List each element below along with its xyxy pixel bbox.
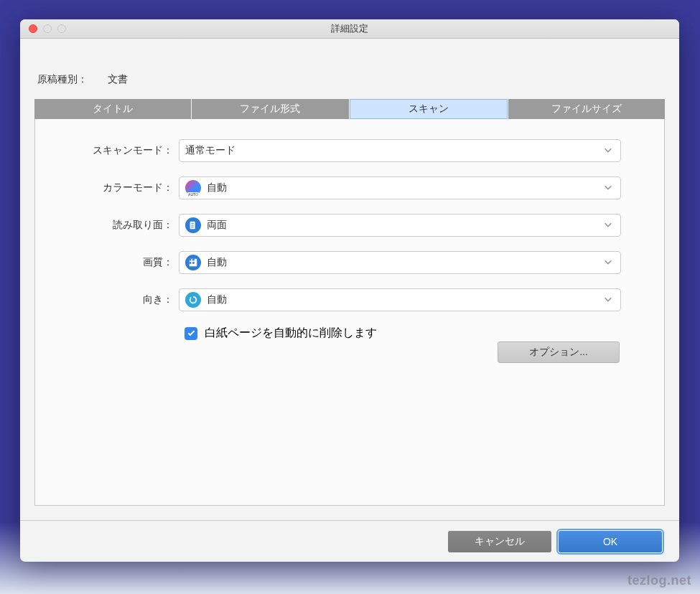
- blank-page-label: 白紙ページを自動的に削除します: [205, 326, 377, 341]
- cancel-button-label: キャンセル: [475, 535, 525, 548]
- scan-mode-label: スキャンモード：: [78, 144, 179, 157]
- read-side-value: 両面: [207, 219, 227, 232]
- option-button-label: オプション...: [529, 346, 588, 359]
- close-icon[interactable]: [29, 24, 37, 33]
- window-title: 詳細設定: [20, 22, 679, 35]
- orientation-row: 向き： 自動: [78, 288, 621, 311]
- minimize-icon: [43, 24, 52, 33]
- tab-scan[interactable]: スキャン: [350, 99, 508, 119]
- ok-button[interactable]: OK: [559, 531, 662, 552]
- svg-rect-4: [190, 262, 192, 264]
- read-side-select[interactable]: 両面: [179, 214, 621, 237]
- maximize-icon: [57, 24, 66, 33]
- document-type-row: 原稿種別： 文書: [34, 53, 665, 99]
- color-mode-label: カラーモード：: [78, 182, 179, 194]
- scan-mode-value: 通常モード: [185, 144, 235, 157]
- dialog-window: 詳細設定 原稿種別： 文書 タイトル ファイル形式 スキャン ファイルサイズ ス…: [20, 19, 679, 562]
- option-button[interactable]: オプション...: [498, 341, 620, 363]
- dialog-footer: キャンセル OK: [20, 520, 679, 562]
- chevron-down-icon: [603, 257, 613, 269]
- cancel-button[interactable]: キャンセル: [448, 531, 551, 552]
- tab-title[interactable]: タイトル: [34, 99, 191, 119]
- quality-icon: [185, 255, 201, 270]
- titlebar: 詳細設定: [20, 19, 679, 39]
- blank-page-checkbox[interactable]: [185, 327, 197, 340]
- quality-select[interactable]: 自動: [179, 251, 621, 274]
- chevron-down-icon: [603, 220, 613, 232]
- quality-value: 自動: [207, 256, 227, 269]
- svg-rect-2: [190, 259, 192, 261]
- document-type-label: 原稿種別：: [37, 73, 88, 85]
- scan-mode-row: スキャンモード： 通常モード: [78, 139, 621, 162]
- color-mode-value: 自動: [207, 182, 227, 194]
- color-mode-row: カラーモード： 自動: [78, 176, 621, 199]
- tab-bar: タイトル ファイル形式 スキャン ファイルサイズ: [34, 99, 665, 119]
- read-side-label: 読み取り面：: [78, 219, 179, 232]
- dialog-content: 原稿種別： 文書 タイトル ファイル形式 スキャン ファイルサイズ スキャンモー…: [20, 39, 679, 520]
- watermark-text: tezlog.net: [627, 573, 691, 588]
- quality-row: 画質： 自動: [78, 251, 621, 274]
- chevron-down-icon: [603, 294, 613, 306]
- svg-rect-3: [192, 259, 195, 261]
- rotation-icon: [185, 292, 201, 308]
- document-type-value: 文書: [108, 73, 128, 85]
- chevron-down-icon: [603, 145, 613, 157]
- color-mode-select[interactable]: 自動: [179, 176, 621, 199]
- tab-file-format[interactable]: ファイル形式: [192, 99, 348, 119]
- orientation-select[interactable]: 自動: [179, 288, 621, 311]
- read-side-row: 読み取り面： 両面: [78, 214, 621, 237]
- chevron-down-icon: [603, 182, 613, 194]
- orientation-value: 自動: [207, 293, 227, 306]
- tab-file-size[interactable]: ファイルサイズ: [508, 99, 665, 119]
- orientation-label: 向き：: [78, 293, 179, 306]
- svg-rect-5: [192, 262, 195, 264]
- duplex-icon: [185, 217, 201, 233]
- traffic-lights: [20, 24, 66, 33]
- scan-tab-panel: スキャンモード： 通常モード カラーモード： 自動: [34, 119, 665, 506]
- ok-button-label: OK: [603, 536, 617, 547]
- quality-label: 画質：: [78, 256, 179, 269]
- color-auto-icon: [185, 180, 201, 196]
- blank-page-removal-row: 白紙ページを自動的に削除します: [185, 326, 621, 341]
- scan-mode-select[interactable]: 通常モード: [179, 139, 621, 162]
